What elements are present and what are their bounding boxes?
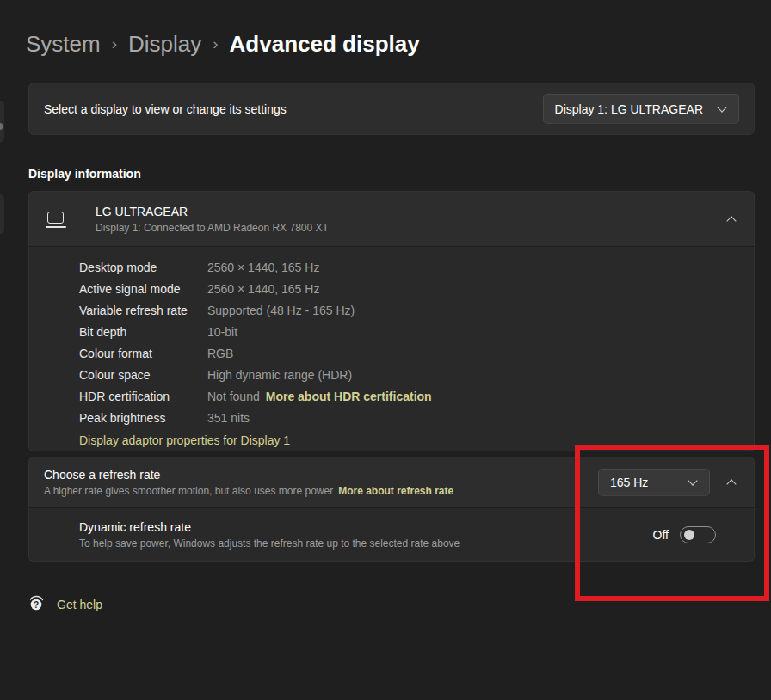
refresh-rate-text: Choose a refresh rate A higher rate give… [44,468,453,497]
detail-value: Not found [207,390,260,403]
breadcrumb-separator-icon: › [213,34,218,53]
detail-label: Peak brightness [79,411,207,425]
monitor-info: LG ULTRAGEAR Display 1: Connected to AMD… [96,205,329,234]
chevron-down-icon [717,104,727,114]
refresh-rate-value: 165 Hz [610,476,648,489]
chevron-up-icon[interactable] [726,477,737,488]
display-info-expander-header[interactable]: LG ULTRAGEAR Display 1: Connected to AMD… [28,191,755,246]
detail-row-colour-format: Colour format RGB [79,342,739,364]
breadcrumb-system[interactable]: System [26,31,101,58]
display-info-details: Desktop mode 2560 × 1440, 165 Hz Active … [28,246,755,451]
dynamic-refresh-rate-title: Dynamic refresh rate [79,520,460,534]
chevron-up-icon[interactable] [726,214,737,224]
breadcrumb-display[interactable]: Display [128,31,201,58]
refresh-rate-expander-header[interactable]: Choose a refresh rate A higher rate give… [28,457,755,507]
dynamic-refresh-rate-toggle-group: Off [653,526,716,543]
get-help-icon: ? [28,593,46,616]
detail-value: Supported (48 Hz - 165 Hz) [207,304,355,317]
hdr-certification-link[interactable]: More about HDR certification [266,390,432,403]
refresh-rate-dropdown[interactable]: 165 Hz [598,469,710,496]
refresh-rate-subtitle-text: A higher rate gives smoother motion, but… [44,485,333,497]
refresh-rate-title: Choose a refresh rate [44,468,453,482]
adaptor-properties-row: Display adaptor properties for Display 1 [79,429,739,451]
display-information-heading: Display information [28,167,141,181]
detail-value: High dynamic range (HDR) [207,368,352,382]
sidebar-item-fragment [0,194,4,234]
toggle-knob [684,530,694,540]
page-title: Advanced display [230,31,420,58]
monitor-subtitle: Display 1: Connected to AMD Radeon RX 78… [96,222,329,234]
detail-row-active-signal-mode: Active signal mode 2560 × 1440, 165 Hz [79,278,739,299]
dynamic-refresh-rate-text: Dynamic refresh rate To help save power,… [79,520,460,550]
svg-text:?: ? [34,600,39,610]
monitor-icon [46,210,66,229]
dynamic-refresh-rate-subtitle: To help save power, Windows adjusts the … [79,537,460,550]
chevron-down-icon [688,477,698,488]
detail-row-hdr-certification: HDR certification Not found More about H… [79,385,739,407]
detail-label: Colour space [79,368,207,382]
display-selector-dropdown[interactable]: Display 1: LG ULTRAGEAR [543,94,739,124]
get-help-link[interactable]: Get help [57,598,102,611]
advanced-display-settings-page: System › Display › Advanced display Sele… [0,0,771,700]
detail-label: Colour format [79,347,207,360]
detail-value: 2560 × 1440, 165 Hz [207,261,319,274]
detail-label: Bit depth [79,325,207,339]
detail-label: Active signal mode [79,282,207,296]
detail-row-peak-brightness: Peak brightness 351 nits [79,407,739,428]
refresh-rate-subtitle: A higher rate gives smoother motion, but… [44,485,453,497]
detail-value: 10-bit [207,325,237,339]
detail-label: HDR certification [79,390,207,403]
detail-value: 2560 × 1440, 165 Hz [207,282,319,296]
detail-value: RGB [207,347,233,360]
get-help-row: ? Get help [28,593,102,616]
monitor-name: LG ULTRAGEAR [96,205,329,218]
display-selector-card: Select a display to view or change its s… [28,83,755,135]
dynamic-refresh-rate-row: Dynamic refresh rate To help save power,… [28,507,755,562]
detail-row-variable-refresh-rate: Variable refresh rate Supported (48 Hz -… [79,299,739,321]
detail-row-desktop-mode: Desktop mode 2560 × 1440, 165 Hz [79,256,739,278]
breadcrumb: System › Display › Advanced display [26,31,420,58]
detail-label: Desktop mode [79,261,207,274]
toggle-state-label: Off [653,528,669,542]
detail-value: 351 nits [207,411,250,425]
display-selector-value: Display 1: LG ULTRAGEAR [555,102,703,116]
detail-label: Variable refresh rate [79,304,207,317]
dynamic-refresh-rate-toggle[interactable] [680,526,716,543]
display-selector-label: Select a display to view or change its s… [44,102,287,116]
detail-row-colour-space: Colour space High dynamic range (HDR) [79,364,739,385]
breadcrumb-separator-icon: › [112,34,117,53]
display-adaptor-properties-link[interactable]: Display adaptor properties for Display 1 [79,433,290,447]
sidebar-item-fragment [0,101,4,143]
more-about-refresh-rate-link[interactable]: More about refresh rate [338,485,453,497]
detail-row-bit-depth: Bit depth 10-bit [79,321,739,342]
